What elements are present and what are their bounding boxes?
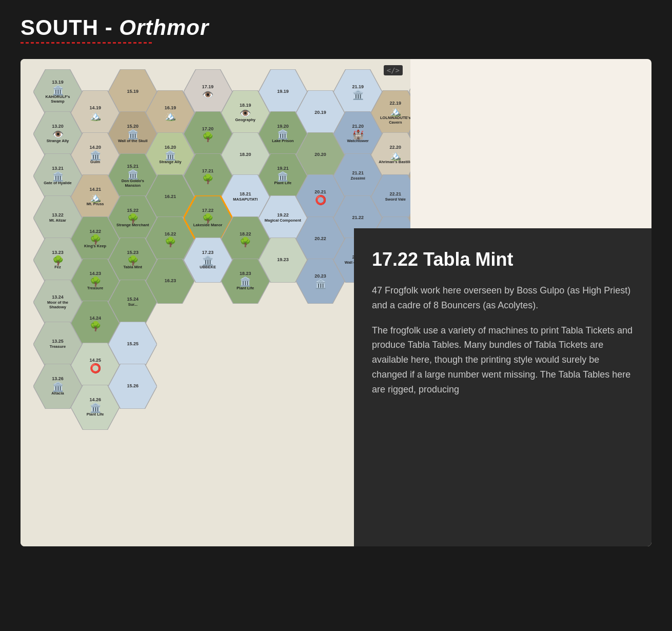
coord-label: 19.22 xyxy=(277,213,289,218)
coord-label: 21.20 xyxy=(352,124,364,129)
coord-label: 17.20 xyxy=(202,127,214,131)
info-para-2: The frogfolk use a variety of machines t… xyxy=(372,323,634,397)
cell-icon: 🌳 xyxy=(127,256,139,265)
cell-icon: 🏛️ xyxy=(277,130,288,139)
decorative-line xyxy=(21,42,154,44)
cell-icon: 🏛️ xyxy=(352,90,364,100)
cell-icon: 🏛️ xyxy=(52,86,64,95)
cell-icon: 🌳 xyxy=(202,132,213,142)
coord-label: 14.25 xyxy=(89,358,101,363)
coord-label: 16.22 xyxy=(165,232,176,236)
coord-label: 15.26 xyxy=(127,384,139,388)
hex-cell-15.26[interactable]: 15.26 xyxy=(108,364,157,409)
cell-icon: 🌳 xyxy=(240,238,251,247)
cell-name: Gulm xyxy=(90,160,100,164)
cell-icon: 🏛️ xyxy=(277,172,288,181)
cell-name: Strange Ally xyxy=(47,139,69,143)
cell-name: Lakeside Manor xyxy=(193,223,223,227)
coord-label: 18.20 xyxy=(240,152,251,157)
coord-label: 14.26 xyxy=(89,398,101,402)
coord-label: 15.23 xyxy=(127,250,139,255)
info-title: 17.22 Tabla Mint xyxy=(372,249,634,270)
hex-cell-23.19[interactable]: 23.19 🏛️ xyxy=(409,69,411,114)
cell-name: Treasure xyxy=(87,286,103,290)
title-region: Orthmor xyxy=(119,15,209,40)
cell-icon: 🏛️ xyxy=(240,277,251,286)
coord-label: 13.19 xyxy=(52,80,64,85)
coord-label: 16.23 xyxy=(165,279,176,283)
cell-icon: 🏛️ xyxy=(127,170,139,179)
coord-label: 21.22 xyxy=(352,215,364,220)
cell-name: Mt. Alizar xyxy=(49,219,66,223)
cell-name: Fez xyxy=(54,265,61,269)
cell-name: Sword Vale xyxy=(385,198,406,202)
cell-name: Watchtower xyxy=(347,139,369,143)
coord-label: 13.23 xyxy=(52,250,64,255)
cell-icon: 🌳 xyxy=(90,277,101,286)
cell-name: Strange Merchant xyxy=(116,223,149,227)
coord-label: 18.21 xyxy=(240,192,251,196)
cell-icon: ⭕ xyxy=(90,364,101,373)
cell-name: King's Keep xyxy=(84,244,106,248)
coord-label: 16.20 xyxy=(165,145,176,150)
cell-icon: 🏰 xyxy=(352,130,364,139)
cell-name: Mt. Pruss xyxy=(87,202,104,206)
cell-icon: 🌳 xyxy=(90,322,101,331)
cell-name: Wall of the Skull xyxy=(118,139,148,143)
cell-icon: 🌳 xyxy=(202,214,213,223)
map-section[interactable]: </> 13.19 🏛️ KAHORULF's Swamp 14.19 🏔️ xyxy=(21,59,410,546)
coord-label: 19.20 xyxy=(277,124,289,129)
coord-label: 22.19 xyxy=(390,101,402,106)
info-para-1: 47 Frogfolk work here overseen by Boss G… xyxy=(372,283,634,313)
cell-name: MASAPUTATI xyxy=(233,198,258,202)
hex-cell-23.21[interactable]: 23.21 xyxy=(409,153,411,199)
cell-name: Plant Life xyxy=(87,412,104,417)
page-title: SOUTH - Orthmor xyxy=(21,15,651,40)
cell-icon: 👁️ xyxy=(202,90,213,100)
coord-label: 14.24 xyxy=(89,316,101,321)
cell-name: Plant Life xyxy=(274,181,292,185)
cell-name: Strange Ally xyxy=(159,160,181,164)
cell-name: Lake Prison xyxy=(272,139,294,143)
coord-label: 17.19 xyxy=(202,85,214,89)
coord-label: 20.23 xyxy=(314,274,326,279)
cell-name: Treasure xyxy=(50,345,66,349)
coord-label: 20.19 xyxy=(314,110,326,115)
coord-label: 20.20 xyxy=(314,152,326,157)
hex-cell-15.24[interactable]: 15.24 Sur... xyxy=(108,280,157,325)
coord-label: 17.21 xyxy=(202,169,214,173)
cell-icon: 👁️ xyxy=(240,109,251,118)
coord-label: 17.22 xyxy=(202,208,214,213)
coord-label: 15.24 xyxy=(127,297,139,302)
cell-icon: 🏛️ xyxy=(202,256,213,265)
cell-icon: 🏔️ xyxy=(390,107,401,116)
hex-cell-23.20[interactable]: 23.20 🏛️ xyxy=(409,111,411,156)
cell-icon: 🌳 xyxy=(52,256,64,265)
cell-icon: 🌳 xyxy=(165,238,176,247)
cell-icon: 🌳 xyxy=(90,235,101,244)
coord-label: 15.25 xyxy=(127,342,139,346)
cell-icon: 🏛️ xyxy=(52,382,64,391)
coord-label: 18.19 xyxy=(240,103,251,108)
coord-label: 14.22 xyxy=(89,229,101,234)
page-header: SOUTH - Orthmor xyxy=(0,0,672,54)
coord-label: 13.24 xyxy=(52,295,64,300)
hex-cell-15.25[interactable]: 15.25 xyxy=(108,322,157,367)
coord-label: 15.19 xyxy=(127,89,139,94)
coord-label: 18.22 xyxy=(240,232,251,236)
cell-icon: 🏔️ xyxy=(390,151,401,160)
coord-label: 15.20 xyxy=(127,124,139,129)
coord-label: 13.26 xyxy=(52,377,64,381)
coord-label: 19.19 xyxy=(277,89,289,94)
cell-name: Altacia xyxy=(51,391,64,396)
coord-label: 19.21 xyxy=(277,166,289,171)
coord-label: 13.25 xyxy=(52,339,64,344)
cell-name: Gate of Hyalide xyxy=(44,181,72,185)
coord-label: 14.20 xyxy=(89,145,101,150)
coord-label: 21.21 xyxy=(352,171,364,175)
hex-grid: 13.19 🏛️ KAHORULF's Swamp 14.19 🏔️ 15.19 xyxy=(26,64,405,541)
coord-label: 17.23 xyxy=(202,250,214,255)
coord-label: 15.22 xyxy=(127,208,139,213)
coord-label: 13.20 xyxy=(52,124,64,129)
cell-icon: 🏛️ xyxy=(90,151,101,160)
